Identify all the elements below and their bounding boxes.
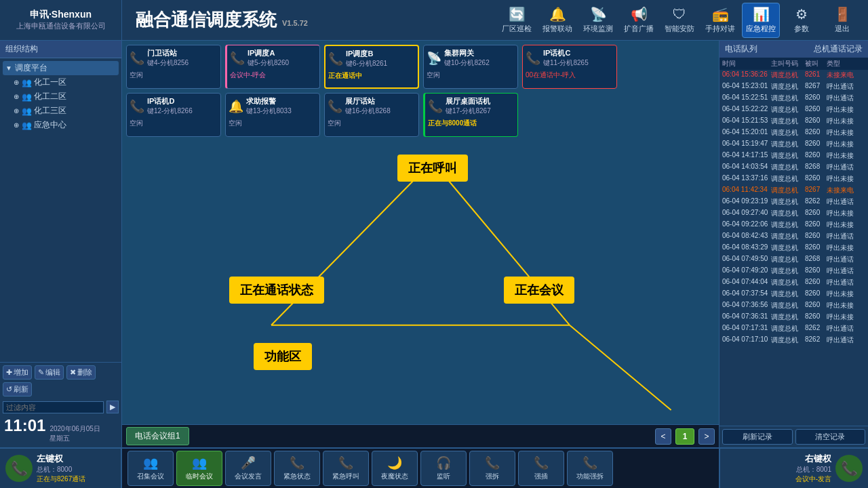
sidebar-header: 组织结构 (0, 41, 121, 58)
version-label: V1.5.72 (282, 19, 308, 27)
device-top-d2: 📞 IP调度A 键5-分机8260 (230, 48, 317, 68)
func-btn-监听[interactable]: 🎧 监听 (420, 451, 467, 486)
tree-item-chem1[interactable]: ⊕ 👥 化工一区 (3, 75, 119, 89)
device-status-d2: 会议中-呼会 (230, 70, 317, 80)
right-key-circle[interactable]: 📞 (835, 455, 863, 482)
func-btn-临时会议[interactable]: 👥 临时会议 (176, 451, 222, 486)
log-row: 06-04 09:22:06 调度总机 8260 呼出未接 (719, 220, 868, 231)
page-next-btn[interactable]: > (698, 428, 715, 445)
log-row: 06-04 07:44:04 调度总机 8260 呼出通话 (719, 277, 868, 289)
right-key-info: 右键权 总机：8001 会议中-发言 (795, 453, 831, 484)
tree-expand-icon5: ⊕ (14, 121, 19, 129)
refresh-log-btn[interactable]: 刷新记录 (722, 429, 793, 445)
logo-title: 申讯·Shenxun (30, 9, 92, 21)
conference-text: 正在会议 (515, 283, 564, 297)
device-card-d4[interactable]: 📡 集群网关 键10-分机8262 空闲 (423, 45, 518, 89)
tree-item-chem3[interactable]: ⊕ 👥 化工三区 (3, 104, 119, 118)
phone-icon-d5: 📞 (526, 51, 540, 66)
nav-btn-params[interactable]: ⚙ 参数 (783, 3, 821, 38)
broadcast-icon: 📢 (631, 6, 648, 22)
device-name-d4: 集群网关 (444, 48, 515, 58)
func-btn-强插[interactable]: 📞 强插 (518, 451, 564, 486)
right-panel-header: 电话队列 总机通话记录 (719, 41, 868, 58)
function-buttons-area: 👥 召集会议 👥 临时会议 🎤 会议发言 📞 紧急状态 📞 紧急呼叫 🌙 夜魔状… (122, 451, 719, 486)
device-info-d8: 展厅话站 键16-分机8268 (345, 96, 416, 116)
device-key-d7: 键13-分机8033 (246, 106, 317, 116)
device-card-d3[interactable]: 📞 IP调度B 键6-分机8261 正在通话中 (324, 45, 419, 89)
device-name-d9: 展厅桌面话机 (446, 96, 515, 106)
nav-label-factory-inspect: 厂区巡检 (502, 24, 532, 34)
device-top-d8: 📞 展厅话站 键16-分机8268 (328, 96, 416, 116)
filter-submit-btn[interactable]: ▶ (106, 401, 119, 413)
device-card-d8[interactable]: 📞 展厅话站 键16-分机8268 空闲 (324, 93, 419, 137)
nav-btn-radio[interactable]: 📻 手持对讲 (701, 3, 739, 38)
nav-btn-dispatch[interactable]: 📊 应急程控 (742, 3, 780, 38)
page-prev-btn[interactable]: < (655, 428, 671, 445)
device-card-d9[interactable]: 📞 展厅桌面话机 键17-分机8267 正在与8000通话 (423, 93, 518, 137)
func-btn-功能强拆[interactable]: 📞 功能强拆 (567, 451, 613, 486)
time-display: 11:01 2020年06月05日 星期五 (3, 413, 119, 445)
tree-item-chem2[interactable]: ⊕ 👥 化工二区 (3, 89, 119, 104)
device-name-d5: IP话机C (543, 48, 614, 58)
func-btn-强拆[interactable]: 📞 强拆 (469, 451, 515, 486)
device-card-d7[interactable]: 🔔 求助报警 键13-分机8033 空闲 (225, 93, 320, 137)
log-row: 06-04 07:49:20 调度总机 8260 呼出通话 (719, 266, 868, 277)
func-label-3: 紧急状态 (283, 472, 311, 481)
device-name-d8: 展厅话站 (345, 96, 416, 106)
device-card-d6[interactable]: 📞 IP话机D 键12-分机8266 空闲 (126, 93, 221, 137)
func-btn-紧急呼叫[interactable]: 📞 紧急呼叫 (323, 451, 369, 486)
func-icon-1: 👥 (192, 455, 207, 470)
add-icon: ✚ (6, 368, 12, 377)
func-btn-紧急状态[interactable]: 📞 紧急状态 (274, 451, 320, 486)
nav-btn-env[interactable]: 📡 环境监测 (579, 3, 617, 38)
conf-group-tab[interactable]: 电话会议组1 (126, 427, 189, 445)
device-status-d7: 空闲 (229, 119, 317, 128)
right-key-total: 总机：8001 (795, 465, 831, 474)
func-label-6: 监听 (437, 472, 450, 481)
add-label: 增加 (14, 367, 28, 378)
func-btn-夜魔状态[interactable]: 🌙 夜魔状态 (372, 451, 418, 486)
sidebar: 组织结构 ▼ 调度平台 ⊕ 👥 化工一区 ⊕ 👥 化工二区 ⊕ 👥 化工三区 (0, 41, 122, 447)
func-label-0: 召集会议 (137, 472, 164, 481)
dispatch-icon: 📊 (753, 6, 770, 22)
alarm-icon: 🔔 (549, 6, 566, 22)
left-key-circle[interactable]: 📞 (5, 455, 33, 482)
tree-expand-icon4: ⊕ (14, 107, 19, 115)
device-top-d6: 📞 IP话机D 键12-分机8266 (130, 96, 218, 116)
log-row: 06-04 15:21:53 调度总机 8260 呼出未接 (719, 116, 868, 127)
nav-label-env: 环境监测 (583, 24, 613, 34)
func-btn-召集会议[interactable]: 👥 召集会议 (127, 451, 174, 486)
log-row: 06-04 15:22:51 调度总机 8260 呼出通话 (719, 93, 868, 104)
device-card-d5[interactable]: 📞 IP话机C 键11-分机8265 00在通话中-呼入 (522, 45, 617, 89)
nav-btn-alarm[interactable]: 🔔 报警联动 (538, 3, 576, 38)
func-label-4: 紧急呼叫 (332, 472, 359, 481)
delete-btn[interactable]: ✖ 删除 (66, 365, 96, 380)
log-col-type: 类型 (827, 59, 865, 68)
tree-item-dispatch[interactable]: ▼ 调度平台 (3, 61, 119, 75)
log-row: 06:04 15:36:26 调度总机 8261 未接来电 (719, 70, 868, 81)
clock-time: 11:01 (4, 416, 45, 435)
device-card-d2[interactable]: 📞 IP调度A 键5-分机8260 会议中-呼会 (225, 45, 320, 89)
filter-row: ▶ (3, 401, 119, 413)
add-btn[interactable]: ✚ 增加 (3, 365, 32, 380)
clear-log-btn[interactable]: 清空记录 (795, 429, 866, 445)
system-title: 融合通信调度系统 V1.5.72 (122, 8, 498, 32)
left-key-label: 左键权 (37, 453, 115, 465)
func-btn-会议发言[interactable]: 🎤 会议发言 (225, 451, 271, 486)
func-label-2: 会议发言 (235, 472, 262, 481)
device-card-d1[interactable]: 📞 门卫话站 键4-分机8256 空闲 (126, 45, 221, 89)
tree-item-emergency[interactable]: ⊕ 👥 应急中心 (3, 118, 119, 132)
func-icon-2: 🎤 (241, 455, 256, 470)
nav-btn-security[interactable]: 🛡 智能安防 (660, 3, 698, 38)
filter-input[interactable] (3, 401, 104, 413)
date-display: 2020年06月05日 星期五 (50, 424, 100, 443)
log-row: 06-04 07:36:31 调度总机 8260 呼出未接 (719, 312, 868, 323)
env-icon: 📡 (590, 6, 607, 22)
edit-btn[interactable]: ✎ 编辑 (35, 365, 64, 380)
nav-btn-broadcast[interactable]: 📢 扩音广播 (620, 3, 658, 38)
nav-btn-factory-inspect[interactable]: 🔄 厂区巡检 (498, 3, 536, 38)
nav-btn-exit[interactable]: 🚪 退出 (823, 3, 861, 38)
sidebar-bottom: ✚ 增加 ✎ 编辑 ✖ 删除 ↺ 刷新 ▶ (0, 362, 121, 447)
next-icon: > (704, 432, 709, 441)
refresh-btn[interactable]: ↺ 刷新 (3, 382, 32, 396)
